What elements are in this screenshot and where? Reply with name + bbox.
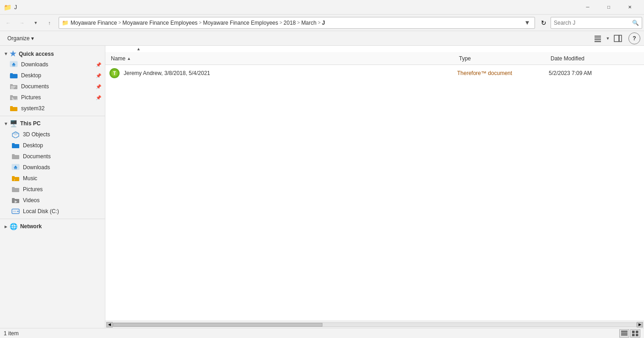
view-dropdown-button[interactable]: ▼ xyxy=(605,32,611,44)
svg-point-41 xyxy=(17,211,19,212)
back-button[interactable]: ← xyxy=(2,16,15,29)
sidebar-item-pictures-pc-label: Pictures xyxy=(23,186,43,193)
quick-access-section[interactable]: ▼ ★ Quick access xyxy=(0,48,105,59)
downloads-icon xyxy=(9,60,18,69)
maximize-button[interactable]: □ xyxy=(598,0,619,15)
svg-rect-3 xyxy=(595,41,601,42)
breadcrumb-item-6[interactable]: J xyxy=(322,20,325,26)
status-large-icons-button[interactable] xyxy=(630,329,640,338)
sidebar-item-pictures-quick-label: Pictures xyxy=(21,94,41,101)
svg-rect-2 xyxy=(595,39,601,40)
recent-locations-button[interactable]: ▼ xyxy=(29,16,42,29)
forward-button[interactable]: → xyxy=(16,16,28,29)
sidebar-item-videos[interactable]: Videos xyxy=(0,195,105,206)
minimize-button[interactable]: ─ xyxy=(577,0,598,15)
scroll-thumb[interactable] xyxy=(113,323,322,327)
local-disk-icon xyxy=(11,207,20,215)
sidebar-item-system32-label: system32 xyxy=(21,105,44,112)
sidebar-item-pictures-quick[interactable]: Pictures 📌 xyxy=(0,92,105,103)
network-label: Network xyxy=(20,223,42,230)
breadcrumb-sep-5: > xyxy=(318,20,321,25)
scroll-left-button[interactable]: ◀ xyxy=(106,322,113,327)
item-count: 1 item xyxy=(4,330,19,337)
status-bar: 1 item xyxy=(0,328,644,338)
sidebar-item-music[interactable]: ♪ Music xyxy=(0,173,105,184)
svg-rect-35 xyxy=(12,188,19,192)
title-bar-controls: ─ □ ✕ xyxy=(577,0,640,15)
svg-rect-16 xyxy=(11,88,14,89)
breadcrumb-sep-3: > xyxy=(279,20,282,25)
refresh-button[interactable]: ↻ xyxy=(538,17,550,29)
svg-rect-33 xyxy=(12,176,15,177)
sidebar-item-desktop-pc[interactable]: Desktop xyxy=(0,140,105,151)
svg-rect-14 xyxy=(11,86,16,87)
col-header-name[interactable]: Name ▲ xyxy=(109,52,457,64)
search-icon: 🔍 xyxy=(632,20,639,26)
sidebar-item-documents-pc-label: Documents xyxy=(23,153,51,160)
preview-pane-button[interactable] xyxy=(612,32,624,44)
svg-marker-24 xyxy=(12,132,19,135)
sidebar-item-documents-pc[interactable]: Documents xyxy=(0,151,105,162)
sidebar-item-desktop-quick[interactable]: Desktop 📌 xyxy=(0,70,105,81)
view-details-button[interactable] xyxy=(592,32,604,44)
music-icon: ♪ xyxy=(11,174,20,182)
title-bar: 📁 J ─ □ ✕ xyxy=(0,0,644,15)
quick-access-icon: ★ xyxy=(10,49,16,58)
network-section[interactable]: ► 🌐 Network xyxy=(0,221,105,232)
svg-rect-15 xyxy=(11,87,15,88)
pin-icon-documents: 📌 xyxy=(96,84,101,89)
horizontal-scrollbar[interactable]: ◀ ▶ xyxy=(105,321,644,328)
organize-button[interactable]: Organize ▾ xyxy=(4,33,38,44)
svg-rect-26 xyxy=(12,143,15,145)
breadcrumb-item-5[interactable]: March xyxy=(301,20,317,26)
svg-rect-42 xyxy=(13,211,16,212)
breadcrumb-item-3[interactable]: Moyaware Finance Employees xyxy=(203,20,278,26)
scroll-right-button[interactable]: ▶ xyxy=(637,322,643,327)
sidebar-item-pictures-pc[interactable]: Pictures xyxy=(0,184,105,195)
sidebar-item-downloads-quick-label: Downloads xyxy=(21,61,48,68)
svg-text:♪: ♪ xyxy=(14,178,16,181)
this-pc-expand-icon: ▼ xyxy=(4,121,8,126)
documents-folder-icon xyxy=(9,82,18,91)
scroll-track[interactable] xyxy=(113,322,637,327)
file-item-jeremy-name: Jeremy Andrew, 3/8/2018, 5/4/2021 xyxy=(124,70,457,76)
svg-rect-32 xyxy=(12,177,19,181)
this-pc-label: This PC xyxy=(20,120,41,127)
sidebar-item-3d-objects[interactable]: 3D Objects xyxy=(0,129,105,140)
sidebar-item-local-disk[interactable]: Local Disk (C:) xyxy=(0,206,105,217)
svg-rect-25 xyxy=(12,144,19,148)
file-item-jeremy-date: 5/2/2023 7:09 AM xyxy=(549,70,640,76)
main-content: ▼ ★ Quick access Downloads 📌 xyxy=(0,46,644,328)
status-details-view-button[interactable] xyxy=(619,329,629,338)
address-bar[interactable]: 📁 Moyaware Finance > Moyaware Finance Em… xyxy=(59,17,535,29)
breadcrumb-item-4[interactable]: 2018 xyxy=(284,20,296,26)
sidebar-item-downloads-quick[interactable]: Downloads 📌 xyxy=(0,59,105,70)
sort-arrow-area: ▲ xyxy=(105,46,644,52)
help-button[interactable]: ? xyxy=(628,32,640,44)
pictures-folder-icon xyxy=(9,93,18,102)
svg-rect-8 xyxy=(12,65,15,66)
sidebar-item-music-label: Music xyxy=(23,175,37,182)
file-item-jeremy[interactable]: T Jeremy Andrew, 3/8/2018, 5/4/2021 Ther… xyxy=(105,67,644,80)
sidebar-item-desktop-quick-label: Desktop xyxy=(21,72,41,79)
downloads-pc-icon xyxy=(11,163,20,172)
close-button[interactable]: ✕ xyxy=(619,0,640,15)
sidebar-item-downloads-pc[interactable]: Downloads xyxy=(0,162,105,173)
this-pc-section[interactable]: ▼ 🖥️ This PC xyxy=(0,118,105,129)
sidebar-item-documents-quick[interactable]: Documents 📌 xyxy=(0,81,105,92)
col-header-date[interactable]: Date Modified xyxy=(549,52,640,64)
breadcrumb-item-1[interactable]: Moyaware Finance xyxy=(71,20,117,26)
up-button[interactable]: ↑ xyxy=(43,16,56,29)
sidebar-item-downloads-pc-label: Downloads xyxy=(23,164,50,171)
file-list-header: Name ▲ Type Date Modified xyxy=(105,52,644,65)
search-input[interactable] xyxy=(554,20,632,26)
svg-rect-5 xyxy=(619,35,622,42)
quick-access-label: Quick access xyxy=(19,51,54,57)
sidebar-item-system32[interactable]: system32 xyxy=(0,103,105,114)
address-dropdown-button[interactable]: ▼ xyxy=(523,17,532,29)
breadcrumb-item-2[interactable]: Moyaware Finance Employees xyxy=(122,20,197,26)
col-header-type[interactable]: Type xyxy=(457,52,549,64)
sidebar-item-desktop-pc-label: Desktop xyxy=(23,142,43,149)
documents-pc-icon xyxy=(11,152,20,161)
svg-rect-1 xyxy=(595,38,601,38)
